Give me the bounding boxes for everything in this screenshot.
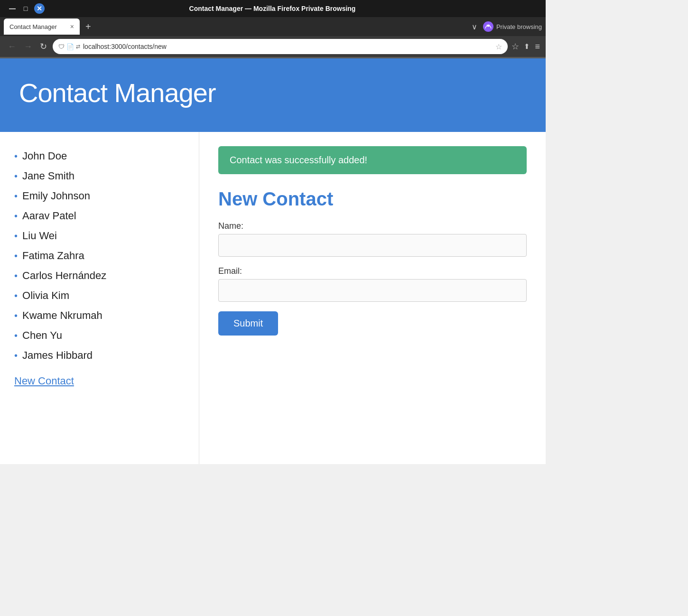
back-button[interactable]: ← xyxy=(6,41,18,53)
contact-list: John DoeJane SmithEmily JohnsonAarav Pat… xyxy=(14,146,185,365)
svg-point-1 xyxy=(486,25,487,26)
list-item[interactable]: Liu Wei xyxy=(14,226,185,246)
new-tab-button[interactable]: + xyxy=(82,21,95,32)
page-icon: 📄 xyxy=(66,43,74,50)
email-input[interactable] xyxy=(218,279,527,302)
address-security-icons: 🛡 📄 ⇄ xyxy=(58,43,80,50)
reload-button[interactable]: ↻ xyxy=(38,40,49,53)
name-input[interactable] xyxy=(218,234,527,257)
maximize-button[interactable]: □ xyxy=(21,4,30,13)
page-body: John DoeJane SmithEmily JohnsonAarav Pat… xyxy=(0,132,546,464)
address-bar: ← → ↻ 🛡 📄 ⇄ localhost:3000/contacts/new … xyxy=(0,36,546,57)
tab-dropdown-button[interactable]: ∨ xyxy=(472,22,477,31)
toolbar-star-icon[interactable]: ☆ xyxy=(511,41,519,52)
name-label: Name: xyxy=(218,221,527,231)
page-title: Contact Manager xyxy=(19,77,527,108)
titlebar-title: Contact Manager — Mozilla Firefox Privat… xyxy=(45,5,500,12)
private-browsing-label: Private browsing xyxy=(496,23,542,30)
minimize-button[interactable]: — xyxy=(8,4,17,13)
list-item[interactable]: James Hibbard xyxy=(14,345,185,365)
list-item[interactable]: Chen Yu xyxy=(14,326,185,345)
tab-bar-right: ∨ Private browsing xyxy=(472,21,542,32)
titlebar-window-controls: — □ ✕ xyxy=(8,3,45,14)
svg-point-2 xyxy=(489,25,490,26)
forward-button[interactable]: → xyxy=(22,41,34,53)
list-item[interactable]: Olivia Kim xyxy=(14,286,185,306)
close-button[interactable]: ✕ xyxy=(34,3,45,14)
list-item[interactable]: Jane Smith xyxy=(14,166,185,186)
private-browsing-icon xyxy=(483,21,493,32)
toolbar-extensions-icon[interactable]: ⬆ xyxy=(524,42,530,51)
address-url: localhost:3000/contacts/new xyxy=(83,43,493,50)
tab-bar: Contact Manager × + ∨ Private browsing xyxy=(0,17,546,36)
list-item[interactable]: Carlos Hernández xyxy=(14,266,185,286)
list-item[interactable]: Aarav Patel xyxy=(14,206,185,226)
sidebar: John DoeJane SmithEmily JohnsonAarav Pat… xyxy=(0,132,199,464)
submit-button[interactable]: Submit xyxy=(218,311,278,336)
success-banner: Contact was successfully added! xyxy=(218,146,527,174)
new-contact-link[interactable]: New Contact xyxy=(14,375,74,387)
list-item[interactable]: Fatima Zahra xyxy=(14,246,185,266)
new-contact-form: Name: Email: Submit xyxy=(218,221,527,336)
form-title: New Contact xyxy=(218,188,527,210)
bookmark-star-icon[interactable]: ☆ xyxy=(495,42,502,51)
list-item[interactable]: Kwame Nkrumah xyxy=(14,306,185,326)
shield-icon: 🛡 xyxy=(58,43,65,50)
tracking-icon: ⇄ xyxy=(76,44,80,50)
private-browsing-badge: Private browsing xyxy=(483,21,542,32)
toolbar-right: ☆ ⬆ ≡ xyxy=(511,41,540,52)
browser-titlebar: — □ ✕ Contact Manager — Mozilla Firefox … xyxy=(0,0,546,17)
toolbar-menu-icon[interactable]: ≡ xyxy=(535,42,540,52)
page-header: Contact Manager xyxy=(0,58,546,132)
list-item[interactable]: Emily Johnson xyxy=(14,186,185,206)
email-label: Email: xyxy=(218,266,527,276)
tab-title: Contact Manager xyxy=(9,23,57,30)
list-item[interactable]: John Doe xyxy=(14,146,185,166)
address-input-wrap[interactable]: 🛡 📄 ⇄ localhost:3000/contacts/new ☆ xyxy=(53,39,508,54)
tab-close-button[interactable]: × xyxy=(70,23,74,30)
active-tab[interactable]: Contact Manager × xyxy=(4,19,80,35)
main-content: Contact was successfully added! New Cont… xyxy=(199,132,546,464)
